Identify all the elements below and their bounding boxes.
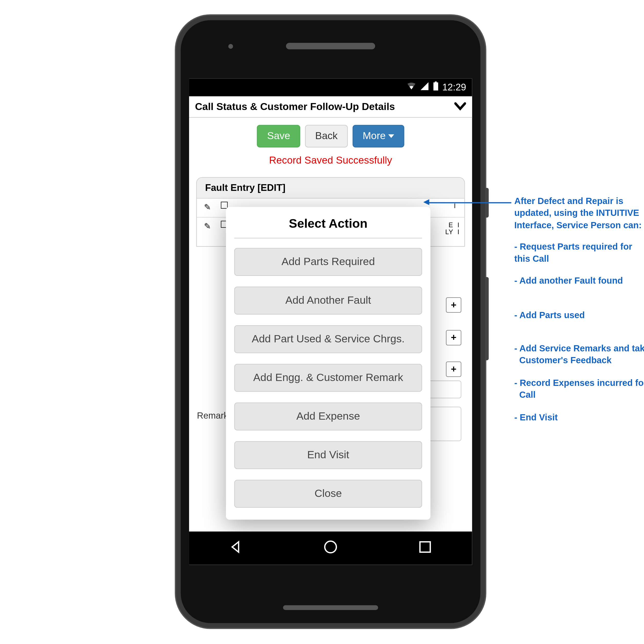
action-add-expense[interactable]: Add Expense <box>234 403 422 430</box>
front-camera <box>228 44 233 49</box>
action-add-remark[interactable]: Add Engg. & Customer Remark <box>234 364 422 392</box>
bottom-speaker <box>283 605 378 610</box>
annotation-item: - Record Expenses incurred for this Call <box>514 377 644 401</box>
back-button[interactable]: Back <box>305 125 348 148</box>
edit-icon[interactable]: ✎ <box>199 221 216 243</box>
nav-home-icon[interactable] <box>323 539 338 557</box>
annotation-item: - End Visit <box>514 411 558 423</box>
app-content: Call Status & Customer Follow-Up Details… <box>189 96 472 531</box>
action-add-parts-required[interactable]: Add Parts Required <box>234 248 422 276</box>
battery-icon <box>433 81 439 93</box>
svg-rect-0 <box>433 82 438 90</box>
fault-panel-title: Fault Entry [EDIT] <box>197 178 464 199</box>
action-close[interactable]: Close <box>234 480 422 508</box>
section-title: Call Status & Customer Follow-Up Details <box>195 101 395 113</box>
caret-down-icon <box>388 134 394 138</box>
earpiece <box>286 43 375 49</box>
svg-rect-3 <box>420 542 430 552</box>
cellular-signal-icon <box>420 81 429 93</box>
android-status-bar: 12:29 <box>189 79 472 96</box>
phone-frame: 12:29 Call Status & Customer Follow-Up D… <box>176 15 485 628</box>
android-nav-bar <box>189 531 472 565</box>
plus-button[interactable]: + <box>446 361 461 377</box>
annotation-item: - Request Parts required for this Call <box>514 241 644 265</box>
annotation-arrow <box>428 202 511 204</box>
edit-icon[interactable]: ✎ <box>199 202 216 214</box>
arrow-head-icon <box>423 199 429 205</box>
plus-button[interactable]: + <box>446 297 461 313</box>
save-button[interactable]: Save <box>257 125 300 148</box>
svg-point-2 <box>325 541 336 553</box>
more-button[interactable]: More <box>352 125 404 148</box>
nav-back-icon[interactable] <box>228 539 244 557</box>
toolbar: Save Back More <box>189 118 472 152</box>
action-add-part-used[interactable]: Add Part Used & Service Chrgs. <box>234 325 422 353</box>
svg-rect-1 <box>435 81 437 82</box>
nav-recent-icon[interactable] <box>417 539 433 557</box>
wifi-icon <box>407 81 416 93</box>
screen: 12:29 Call Status & Customer Follow-Up D… <box>189 79 472 565</box>
annotation-lead: After Defect and Repair is updated, usin… <box>514 195 644 231</box>
annotation-item: - Add Service Remarks and take Customer'… <box>514 342 644 366</box>
status-time: 12:29 <box>442 82 466 93</box>
plus-button[interactable]: + <box>446 330 461 345</box>
action-add-another-fault[interactable]: Add Another Fault <box>234 286 422 314</box>
annotation-item: - Add another Fault found <box>514 275 623 287</box>
chevron-down-icon <box>454 100 466 114</box>
action-end-visit[interactable]: End Visit <box>234 441 422 469</box>
section-header[interactable]: Call Status & Customer Follow-Up Details <box>189 96 472 118</box>
annotation-item: - Add Parts used <box>514 309 585 321</box>
phone-volume-button <box>485 277 489 360</box>
flash-message: Record Saved Successfully <box>189 152 472 172</box>
select-action-dialog: Select Action Add Parts Required Add Ano… <box>226 207 430 520</box>
dialog-title: Select Action <box>234 216 422 238</box>
